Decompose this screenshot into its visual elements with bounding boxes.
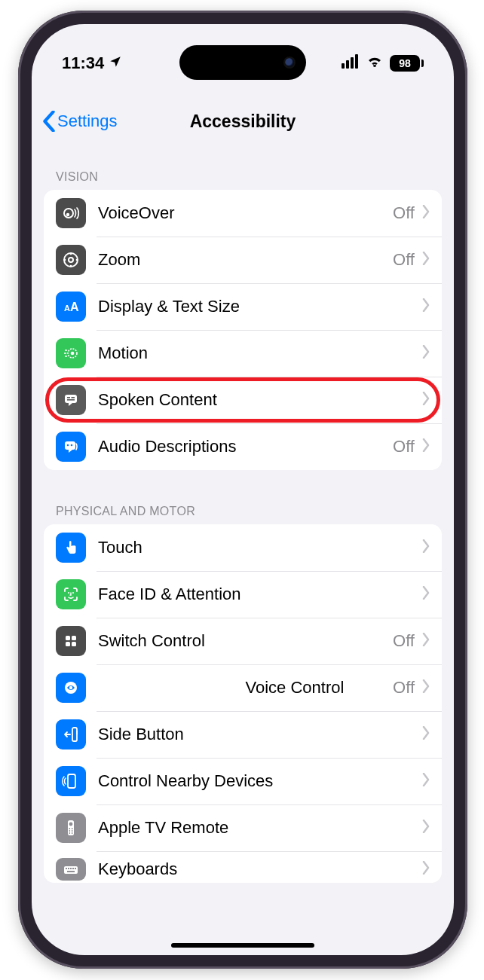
row-label: Audio Descriptions: [98, 437, 393, 456]
svg-rect-1: [346, 60, 349, 69]
row-spoken-content[interactable]: Spoken Content: [44, 377, 442, 423]
nearby-devices-icon: [56, 766, 86, 796]
section-header-physical: PHYSICAL AND MOTOR: [32, 497, 454, 524]
row-value: Off: [393, 678, 415, 698]
row-label: Face ID & Attention: [98, 585, 422, 604]
svg-rect-23: [65, 441, 75, 450]
status-time: 11:34: [62, 53, 104, 73]
svg-point-26: [68, 592, 69, 594]
row-audio-descriptions[interactable]: Audio Descriptions Off: [44, 423, 442, 470]
row-value: Off: [393, 203, 415, 223]
row-label: Keyboards: [98, 859, 422, 879]
wifi-icon: [366, 53, 384, 73]
svg-point-25: [71, 444, 73, 447]
row-control-nearby-devices[interactable]: Control Nearby Devices: [44, 758, 442, 804]
svg-rect-48: [70, 868, 72, 869]
chevron-right-icon: [422, 861, 430, 878]
phone-frame: 11:34 98 Sett: [18, 11, 467, 969]
svg-rect-20: [67, 397, 70, 398]
svg-point-15: [71, 352, 75, 356]
chevron-right-icon: [422, 252, 430, 268]
chevron-right-icon: [422, 726, 430, 743]
chevron-right-icon: [422, 773, 430, 789]
zoom-icon: [56, 245, 86, 275]
row-label: Apple TV Remote: [98, 818, 422, 838]
svg-point-40: [72, 828, 73, 829]
svg-rect-28: [66, 636, 70, 640]
back-button[interactable]: Settings: [42, 99, 118, 143]
svg-rect-0: [342, 63, 345, 69]
svg-rect-3: [355, 54, 358, 69]
row-motion[interactable]: Motion: [44, 330, 442, 377]
row-apple-tv-remote[interactable]: Apple TV Remote: [44, 804, 442, 851]
chevron-right-icon: [422, 205, 430, 221]
svg-point-5: [66, 213, 69, 216]
svg-point-42: [72, 830, 73, 832]
row-switch-control[interactable]: Switch Control Off: [44, 618, 442, 664]
chevron-right-icon: [422, 679, 430, 696]
chevron-right-icon: [422, 298, 430, 315]
row-side-button[interactable]: Side Button: [44, 711, 442, 758]
chevron-right-icon: [422, 392, 430, 408]
svg-rect-35: [77, 731, 78, 734]
battery-level: 98: [390, 55, 420, 72]
audio-descriptions-icon: [56, 432, 86, 462]
motion-icon: [56, 338, 86, 368]
svg-point-9: [70, 265, 72, 267]
row-label: Zoom: [98, 250, 393, 270]
svg-rect-46: [66, 868, 67, 869]
svg-point-38: [69, 823, 73, 826]
group-vision: VoiceOver Off Zoom Off AA Displ: [44, 190, 442, 470]
row-zoom[interactable]: Zoom Off: [44, 237, 442, 283]
row-voice-control[interactable]: Voice Control Off: [44, 664, 442, 711]
row-label: Voice Control: [246, 678, 394, 698]
apple-tv-remote-icon: [56, 813, 86, 843]
row-label: Control Nearby Devices: [98, 771, 422, 791]
row-value: Off: [393, 631, 415, 651]
row-display-text-size[interactable]: AA Display & Text Size: [44, 283, 442, 330]
status-bar: 11:34 98: [32, 47, 454, 80]
row-label: Side Button: [98, 725, 422, 744]
row-face-id[interactable]: Face ID & Attention: [44, 571, 442, 618]
svg-rect-29: [72, 636, 76, 640]
svg-rect-30: [66, 642, 70, 646]
chevron-right-icon: [422, 345, 430, 362]
svg-point-8: [70, 253, 72, 255]
svg-rect-19: [65, 395, 77, 403]
battery-indicator: 98: [390, 55, 424, 72]
svg-point-10: [64, 259, 66, 261]
svg-rect-31: [72, 642, 76, 646]
svg-point-39: [69, 828, 70, 829]
svg-point-11: [76, 259, 78, 261]
row-label: Display & Text Size: [98, 297, 422, 316]
chevron-right-icon: [422, 633, 430, 649]
row-label: VoiceOver: [98, 203, 393, 223]
svg-point-27: [72, 592, 74, 594]
face-id-icon: [56, 579, 86, 609]
svg-rect-45: [64, 866, 78, 874]
settings-content[interactable]: VISION VoiceOver Off Zoom Off: [32, 145, 454, 955]
row-label: Touch: [98, 538, 422, 557]
svg-rect-36: [68, 774, 75, 788]
home-indicator[interactable]: [171, 943, 314, 948]
row-label: Motion: [98, 343, 422, 363]
svg-rect-22: [67, 399, 75, 401]
keyboards-icon: [56, 858, 86, 881]
row-keyboards[interactable]: Keyboards: [44, 851, 442, 883]
row-touch[interactable]: Touch: [44, 524, 442, 571]
svg-point-6: [64, 253, 78, 267]
switch-control-icon: [56, 626, 86, 656]
svg-rect-2: [351, 57, 354, 69]
chevron-right-icon: [422, 820, 430, 836]
svg-point-33: [69, 686, 72, 689]
svg-rect-47: [68, 868, 69, 869]
svg-rect-21: [72, 397, 75, 398]
row-voiceover[interactable]: VoiceOver Off: [44, 190, 442, 237]
voice-control-icon: [56, 673, 86, 703]
chevron-right-icon: [422, 438, 430, 455]
nav-bar: Settings Accessibility: [32, 99, 454, 143]
location-icon: [109, 53, 122, 73]
side-button-icon: [56, 719, 86, 750]
screen: 11:34 98 Sett: [32, 24, 454, 955]
svg-point-41: [69, 830, 70, 832]
